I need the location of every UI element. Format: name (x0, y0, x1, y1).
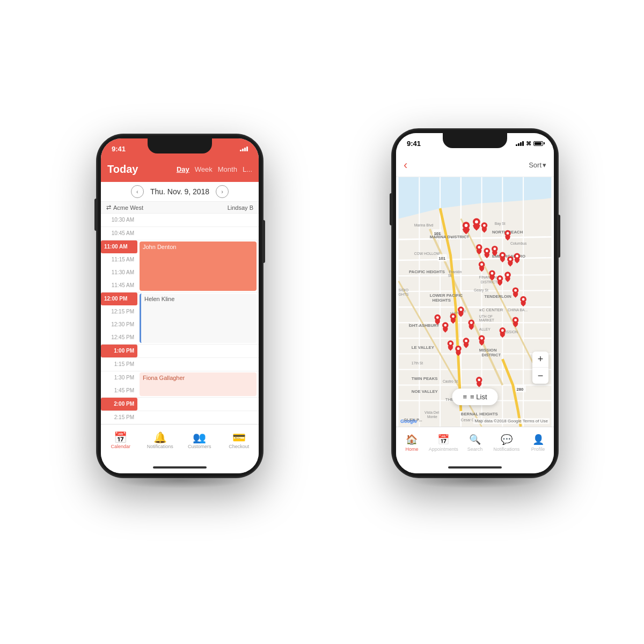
appt-john-denton[interactable]: John Denton (140, 241, 257, 291)
calendar-schedule: 10:30 AM 10:45 AM 11:00 AM 11:15 AM 11:3 (101, 214, 259, 424)
svg-text:St: St (448, 274, 452, 277)
svg-point-149 (514, 319, 517, 321)
calendar-icon: 📅 (114, 432, 127, 443)
next-date-button[interactable]: › (216, 185, 229, 198)
svg-text:TENDERLOIN: TENDERLOIN (484, 294, 511, 299)
time-label-1030: 10:30 AM (101, 214, 137, 226)
tab-day[interactable]: Day (177, 165, 189, 173)
svg-text:COW HOLLOW: COW HOLLOW (414, 252, 440, 255)
svg-point-77 (483, 224, 486, 227)
time-labels-helen: 12:00 PM 12:15 PM 12:30 PM 12:45 PM (101, 292, 137, 344)
map-sort-button[interactable]: Sort ▾ (529, 161, 546, 169)
time-label-1100: 11:00 AM (101, 240, 137, 253)
tab-checkout-label: Checkout (229, 444, 249, 449)
map-container: 101 101 280 101 Marina Blvd MARINA DᴚIST… (396, 177, 554, 427)
left-status-icons (240, 146, 248, 151)
user-name: Lindsay B (228, 204, 253, 211)
time-label-1330: 1:30 PM (101, 371, 137, 384)
time-label-1345: 1:45 PM (101, 384, 137, 397)
map-tab-appointments-label: Appointments (429, 447, 458, 452)
zoom-out-button[interactable]: − (532, 368, 548, 384)
appt-john-container: John Denton (137, 240, 259, 292)
time-label-1130: 11:30 AM (101, 266, 137, 279)
calendar-date-nav: ‹ Thu. Nov. 9, 2018 › (101, 182, 259, 202)
svg-point-125 (452, 315, 455, 318)
svg-text:17th St: 17th St (412, 361, 423, 365)
notifications-icon: 💬 (501, 434, 513, 445)
svg-point-107 (499, 277, 501, 280)
time-labels-fiona: 1:30 PM 1:45 PM (101, 371, 137, 397)
svg-text:Castro St: Castro St (443, 379, 458, 383)
map-zoom-controls: + − (532, 352, 548, 384)
svg-text:DISTRICT: DISTRICT (482, 353, 501, 357)
tab-week[interactable]: Week (195, 165, 213, 173)
svg-point-110 (507, 274, 509, 276)
left-phone-shadow (113, 472, 246, 488)
appt-helen-kline[interactable]: Helen Kline (140, 294, 257, 343)
time-label-1115: 11:15 AM (101, 253, 137, 266)
svg-point-122 (444, 324, 447, 327)
svg-point-92 (501, 254, 504, 257)
home-icon: 🏠 (406, 434, 418, 445)
svg-text:LE VALLEY: LE VALLEY (412, 345, 435, 350)
zoom-in-button[interactable]: + (532, 352, 548, 368)
appt-fiona-gallagher[interactable]: Fiona Gallagher (140, 372, 257, 396)
map-tab-notifications-label: Notifications (493, 447, 519, 452)
svg-point-134 (449, 342, 452, 345)
left-status-time: 9:41 (112, 145, 126, 153)
svg-text:UTH OF: UTH OF (479, 314, 493, 318)
map-nav-bar: ‹ Sort ▾ (396, 153, 554, 177)
svg-point-113 (514, 289, 517, 292)
right-phone-screen: 9:41 ⌘ (396, 133, 554, 473)
svg-text:LOWER PACIFIC: LOWER PACIFIC (430, 293, 463, 298)
map-tab-search[interactable]: 🔍 Search (459, 434, 491, 452)
tab-customers[interactable]: 👥 Customers (180, 432, 219, 449)
svg-point-140 (465, 340, 467, 342)
svg-text:HEIGHTS: HEIGHTS (433, 298, 451, 303)
svg-text:BERNAL HEIGHTS: BERNAL HEIGHTS (461, 412, 498, 416)
scene: 9:41 Today (80, 80, 564, 564)
map-attribution: Map data ©2018 Google Terms of Use (473, 418, 550, 424)
time-label-1300: 1:00 PM (101, 345, 137, 357)
time-label-1215: 12:15 PM (101, 305, 137, 318)
tab-calendar-label: Calendar (111, 444, 130, 449)
calendar-header: Today Day Week Month L... (101, 159, 259, 182)
time-label-1200: 12:00 PM (101, 292, 137, 305)
location-bar: ⇄ Acme West Lindsay B (101, 202, 259, 214)
svg-point-83 (478, 246, 480, 248)
list-button-label: ≡ List (470, 393, 487, 401)
right-status-icons: ⌘ (516, 141, 543, 147)
left-home-indicator (101, 462, 259, 473)
prev-date-button[interactable]: ‹ (131, 185, 144, 198)
map-tab-profile[interactable]: 👤 Profile (522, 434, 554, 452)
svg-point-137 (457, 347, 460, 350)
location-name: Acme West (113, 204, 143, 211)
tab-checkout[interactable]: 💳 Checkout (219, 432, 259, 449)
google-logo: Google (400, 419, 417, 424)
time-content-1300 (137, 345, 259, 357)
tab-list[interactable]: L... (243, 165, 252, 173)
map-back-button[interactable]: ‹ (404, 158, 407, 172)
time-content-1030 (137, 214, 259, 226)
svg-point-80 (507, 232, 509, 235)
svg-point-146 (501, 329, 504, 332)
svg-point-143 (480, 337, 483, 340)
svg-text:SIDIO: SIDIO (399, 288, 408, 292)
map-list-button[interactable]: ≡ ≡ List (452, 389, 497, 405)
calendar-tabs: Day Week Month L... (177, 165, 252, 173)
map-tab-notifications[interactable]: 💬 Notifications (491, 434, 522, 452)
left-tab-bar: 📅 Calendar 🔔 Notifications 👥 Customers 💳… (101, 424, 259, 462)
calendar-current-date: Thu. Nov. 9, 2018 (150, 187, 209, 196)
slot-1400: 2:00 PM (101, 398, 259, 411)
svg-text:Bay St: Bay St (495, 222, 506, 226)
tab-notifications[interactable]: 🔔 Notifications (141, 432, 180, 449)
tab-calendar[interactable]: 📅 Calendar (101, 432, 141, 449)
svg-text:GHTS: GHTS (399, 292, 409, 296)
map-tab-appointments[interactable]: 📅 Appointments (428, 434, 459, 452)
tab-month[interactable]: Month (218, 165, 237, 173)
svg-point-101 (480, 263, 483, 266)
right-signal-icon (516, 141, 524, 146)
slot-1300: 1:00 PM (101, 345, 259, 358)
svg-text:ᴋC CENTER: ᴋC CENTER (479, 308, 503, 312)
map-tab-home[interactable]: 🏠 Home (396, 434, 428, 452)
